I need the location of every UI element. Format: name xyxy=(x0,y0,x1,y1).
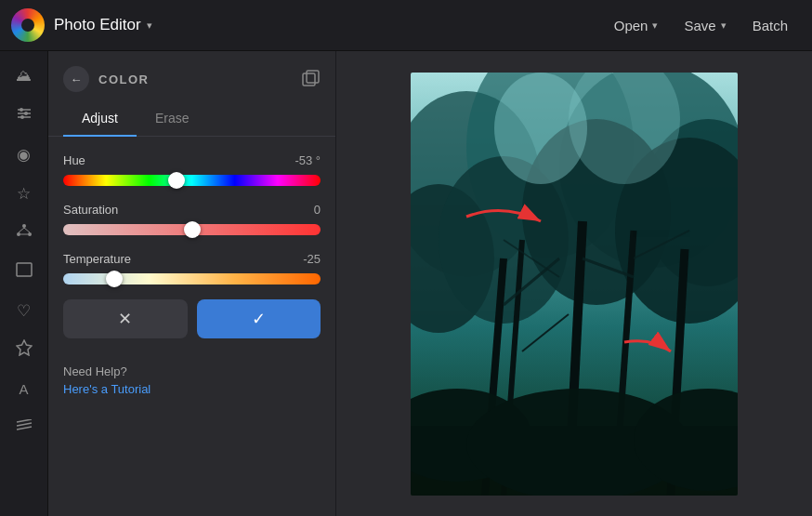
text-icon: A xyxy=(19,381,28,397)
sidebar-nodes-btn[interactable] xyxy=(7,215,42,250)
confirm-icon: ✓ xyxy=(252,309,266,329)
help-label: Need Help? xyxy=(63,364,321,378)
sidebar-star-btn[interactable]: ☆ xyxy=(7,176,42,211)
save-chevron: ▾ xyxy=(721,20,727,32)
heart-icon: ♡ xyxy=(17,301,31,321)
temperature-track[interactable] xyxy=(63,273,321,284)
hue-track[interactable] xyxy=(63,175,321,186)
hue-label-row: Hue -53 ° xyxy=(63,153,321,167)
panel-title: COLOR xyxy=(98,73,293,86)
sliders-icon xyxy=(16,105,33,126)
batch-label: Batch xyxy=(753,18,788,33)
svg-point-1 xyxy=(20,108,23,112)
stripes-icon xyxy=(16,418,33,437)
save-label: Save xyxy=(684,18,715,33)
back-button[interactable]: ← xyxy=(63,66,89,92)
color-panel: ← COLOR Adjust Erase xyxy=(48,51,336,516)
app-title-label: Photo Editor xyxy=(54,16,141,34)
hue-label: Hue xyxy=(63,153,85,167)
open-button[interactable]: Open ▾ xyxy=(601,12,672,39)
sidebar-text-btn[interactable]: A xyxy=(7,371,42,406)
batch-button[interactable]: Batch xyxy=(740,12,801,39)
back-icon: ← xyxy=(71,73,83,86)
saturation-slider-row: Saturation 0 xyxy=(63,203,321,235)
icon-bar: ⛰ ◉ ☆ xyxy=(0,51,48,516)
sliders-area: Hue -53 ° Saturation 0 xyxy=(48,137,335,296)
main-content: ⛰ ◉ ☆ xyxy=(0,51,812,516)
temperature-value: -25 xyxy=(303,252,321,266)
saturation-label-row: Saturation 0 xyxy=(63,203,321,217)
photo-display xyxy=(411,73,738,496)
temperature-thumb[interactable] xyxy=(106,271,123,287)
nodes-icon xyxy=(16,222,33,244)
svg-line-15 xyxy=(17,423,32,426)
photo-image xyxy=(411,73,738,496)
duplicate-button[interactable] xyxy=(302,70,321,89)
hue-slider-row: Hue -53 ° xyxy=(63,153,321,186)
svg-point-8 xyxy=(28,232,32,236)
hue-value: -53 ° xyxy=(295,153,321,167)
app-logo xyxy=(11,8,45,42)
svg-rect-18 xyxy=(307,71,319,83)
sidebar-rect-btn[interactable] xyxy=(7,254,42,289)
rect-icon xyxy=(16,262,33,282)
svg-marker-13 xyxy=(17,340,32,355)
saturation-track[interactable] xyxy=(63,224,321,235)
confirm-button[interactable]: ✓ xyxy=(197,299,321,338)
sidebar-adjust-btn[interactable] xyxy=(7,98,42,133)
app-title-chevron: ▾ xyxy=(147,20,152,32)
temperature-slider-row: Temperature -25 xyxy=(63,252,321,284)
cancel-button[interactable]: ✕ xyxy=(63,299,188,338)
svg-point-3 xyxy=(24,112,28,115)
tab-adjust[interactable]: Adjust xyxy=(63,103,137,137)
action-buttons: ✕ ✓ xyxy=(48,296,335,353)
svg-rect-12 xyxy=(17,263,32,276)
open-chevron: ▾ xyxy=(652,20,658,32)
save-button[interactable]: Save ▾ xyxy=(671,12,739,39)
sidebar-crop-btn[interactable]: ⛰ xyxy=(7,59,42,94)
svg-line-10 xyxy=(24,228,30,232)
panel-header: ← COLOR xyxy=(48,51,335,103)
help-section: Need Help? Here's a Tutorial xyxy=(48,353,335,407)
duplicate-icon xyxy=(302,73,321,89)
tutorial-link[interactable]: Here's a Tutorial xyxy=(63,382,321,396)
panel-tabs: Adjust Erase xyxy=(48,103,335,137)
svg-point-5 xyxy=(20,115,24,119)
sidebar-badge-btn[interactable] xyxy=(7,332,42,367)
temperature-label: Temperature xyxy=(63,252,131,266)
sidebar-stripes-btn[interactable] xyxy=(7,410,42,445)
sidebar-eye-btn[interactable]: ◉ xyxy=(7,137,42,172)
svg-point-7 xyxy=(17,232,20,236)
temperature-label-row: Temperature -25 xyxy=(63,252,321,266)
sidebar-heart-btn[interactable]: ♡ xyxy=(7,293,42,328)
svg-rect-17 xyxy=(303,73,315,86)
hue-thumb[interactable] xyxy=(168,172,185,189)
landscape-icon: ⛰ xyxy=(16,67,32,86)
svg-point-6 xyxy=(22,224,26,228)
svg-line-14 xyxy=(17,419,32,422)
saturation-thumb[interactable] xyxy=(184,221,201,238)
saturation-label: Saturation xyxy=(63,203,118,217)
saturation-value: 0 xyxy=(314,203,321,217)
svg-line-16 xyxy=(17,427,32,430)
eye-icon: ◉ xyxy=(17,145,31,165)
svg-line-9 xyxy=(19,228,24,232)
canvas-area xyxy=(336,51,812,516)
app-header: Photo Editor ▾ Open ▾ Save ▾ Batch xyxy=(0,0,812,51)
open-label: Open xyxy=(614,18,648,33)
app-title-button[interactable]: Photo Editor ▾ xyxy=(45,10,162,40)
tab-erase[interactable]: Erase xyxy=(137,103,208,137)
cancel-icon: ✕ xyxy=(118,309,132,329)
badge-icon xyxy=(16,339,33,361)
star-icon: ☆ xyxy=(17,184,31,204)
